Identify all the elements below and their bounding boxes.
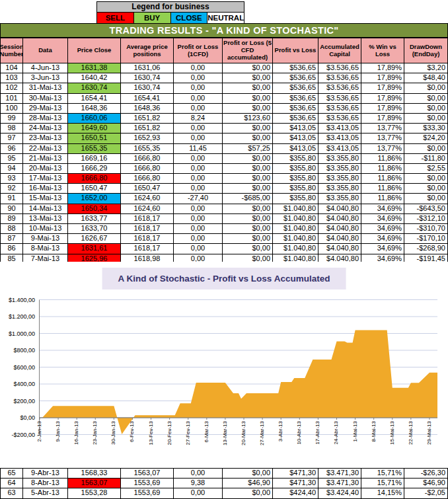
header-cell[interactable]: Profit or Loss (5 CFD accumulated) [223, 38, 273, 63]
table-cell[interactable]: 0,00 [174, 234, 223, 244]
table-cell[interactable]: $3.471,30 [318, 469, 361, 479]
table-cell[interactable]: $3,20 [404, 63, 448, 73]
table-cell[interactable]: 1553,69 [121, 479, 174, 488]
table-cell[interactable]: 17-Mai-13 [23, 174, 68, 184]
table-cell[interactable]: $1.040,80 [273, 204, 318, 214]
table-cell[interactable]: 16-Mai-13 [23, 184, 68, 194]
table-cell[interactable]: 1651,82 [121, 114, 174, 124]
table-cell[interactable]: $355,80 [273, 164, 318, 174]
table-cell[interactable]: 1652,93 [121, 134, 174, 143]
table-cell[interactable]: $413,05 [273, 144, 318, 154]
header-cell[interactable]: DrawDown (EndDay) [404, 38, 448, 63]
table-cell[interactable]: $3.355,80 [318, 164, 361, 174]
table-cell[interactable]: -$11,80 [404, 154, 448, 164]
table-cell[interactable]: 9,38 [174, 479, 223, 488]
table-cell[interactable]: 104 [0, 63, 23, 73]
table-cell[interactable]: $3.536,65 [318, 63, 361, 73]
table-cell[interactable]: $471,30 [273, 469, 318, 479]
table-cell[interactable]: 1650,51 [68, 134, 121, 143]
table-cell[interactable]: 28-Mai-13 [23, 114, 68, 124]
table-cell[interactable]: $0,00 [223, 184, 273, 194]
table-cell[interactable]: $0,00 [223, 469, 273, 479]
table-cell[interactable]: $3.536,65 [318, 73, 361, 83]
table-cell[interactable]: $0,00 [223, 214, 273, 224]
table-cell[interactable]: $0,00 [404, 114, 448, 124]
table-cell[interactable]: 101 [0, 94, 23, 104]
table-cell[interactable]: 103 [0, 73, 23, 83]
table-cell[interactable]: -$310,70 [404, 224, 448, 234]
table-cell[interactable]: $355,80 [273, 184, 318, 194]
table-cell[interactable]: 65 [0, 469, 23, 479]
table-cell[interactable]: $3.355,80 [318, 174, 361, 184]
table-cell[interactable]: 15-Mai-13 [23, 194, 68, 204]
table-cell[interactable]: $3.355,80 [318, 184, 361, 194]
table-cell[interactable]: $355,80 [273, 174, 318, 184]
table-cell[interactable]: 0,00 [174, 244, 223, 254]
table-cell[interactable]: 9-Mai-13 [23, 234, 68, 244]
table-cell[interactable]: $0,00 [223, 104, 273, 114]
table-cell[interactable]: $0,00 [404, 94, 448, 104]
table-cell[interactable]: 0,00 [174, 164, 223, 174]
table-cell[interactable]: 1651,82 [121, 124, 174, 134]
header-cell[interactable]: Profit vs Loss [273, 38, 318, 63]
table-cell[interactable]: 1650,34 [68, 204, 121, 214]
table-cell[interactable]: 29-Mai-13 [23, 104, 68, 114]
table-cell[interactable]: 11,86% [361, 174, 404, 184]
table-cell[interactable]: $33,30 [404, 124, 448, 134]
table-cell[interactable]: 1648,36 [121, 104, 174, 114]
table-cell[interactable]: 0,00 [174, 124, 223, 134]
table-cell[interactable]: 30-Mai-13 [23, 94, 68, 104]
table-cell[interactable]: 13,77% [361, 134, 404, 143]
table-cell[interactable]: -$312,10 [404, 214, 448, 224]
table-cell[interactable]: 0,00 [174, 184, 223, 194]
table-cell[interactable]: 1666,80 [121, 174, 174, 184]
table-cell[interactable]: $57,25 [223, 144, 273, 154]
table-cell[interactable]: $3.536,65 [318, 114, 361, 124]
table-cell[interactable]: 4-Jun-13 [23, 63, 68, 73]
table-cell[interactable]: 1568,33 [68, 469, 121, 479]
table-cell[interactable]: $536,65 [273, 63, 318, 73]
table-cell[interactable]: 34,69% [361, 234, 404, 244]
table-cell[interactable]: 1563,07 [68, 479, 121, 488]
table-cell[interactable]: $3.424,40 [318, 488, 361, 498]
table-cell[interactable]: $4.040,80 [318, 234, 361, 244]
table-cell[interactable]: $355,80 [273, 154, 318, 164]
table-cell[interactable]: 100 [0, 104, 23, 114]
table-cell[interactable]: $413,05 [273, 124, 318, 134]
table-cell[interactable]: 91 [0, 194, 23, 204]
table-cell[interactable]: 17,89% [361, 83, 404, 93]
table-cell[interactable]: 5-Abr-13 [23, 488, 68, 498]
table-cell[interactable]: $0,00 [223, 124, 273, 134]
header-cell[interactable]: Session Number [0, 38, 23, 63]
table-cell[interactable]: 0,00 [174, 134, 223, 143]
table-cell[interactable]: 23-Mai-13 [23, 134, 68, 143]
table-cell[interactable]: $0,00 [223, 134, 273, 143]
table-cell[interactable]: 1618,17 [121, 224, 174, 234]
table-cell[interactable]: 0,00 [174, 83, 223, 93]
table-cell[interactable]: 97 [0, 134, 23, 143]
table-cell[interactable]: 1624,60 [121, 204, 174, 214]
table-cell[interactable]: 31-Mai-13 [23, 83, 68, 93]
table-cell[interactable]: $3.413,05 [318, 134, 361, 143]
table-cell[interactable]: $3.355,80 [318, 194, 361, 204]
table-cell[interactable]: $355,80 [273, 194, 318, 204]
table-cell[interactable]: 1655,35 [121, 144, 174, 154]
table-cell[interactable]: 1669,16 [68, 154, 121, 164]
table-cell[interactable]: $0,00 [223, 488, 273, 498]
table-cell[interactable]: 1633,70 [68, 224, 121, 234]
table-cell[interactable]: 15,71% [361, 479, 404, 488]
table-cell[interactable]: -$26,30 [404, 469, 448, 479]
table-cell[interactable]: 0,00 [174, 174, 223, 184]
header-cell[interactable]: Data [23, 38, 68, 63]
table-cell[interactable]: -$685,00 [223, 194, 273, 204]
table-cell[interactable]: $0,00 [223, 224, 273, 234]
table-cell[interactable]: 63 [0, 488, 23, 498]
table-cell[interactable]: $0,00 [404, 194, 448, 204]
table-cell[interactable]: $4.040,80 [318, 214, 361, 224]
table-cell[interactable]: $0,00 [223, 164, 273, 174]
table-cell[interactable]: 9-Abr-13 [23, 469, 68, 479]
table-cell[interactable]: 22-Mai-13 [23, 144, 68, 154]
table-cell[interactable]: 1654,41 [121, 94, 174, 104]
table-cell[interactable]: 11,45 [174, 144, 223, 154]
table-cell[interactable]: $0,00 [404, 174, 448, 184]
